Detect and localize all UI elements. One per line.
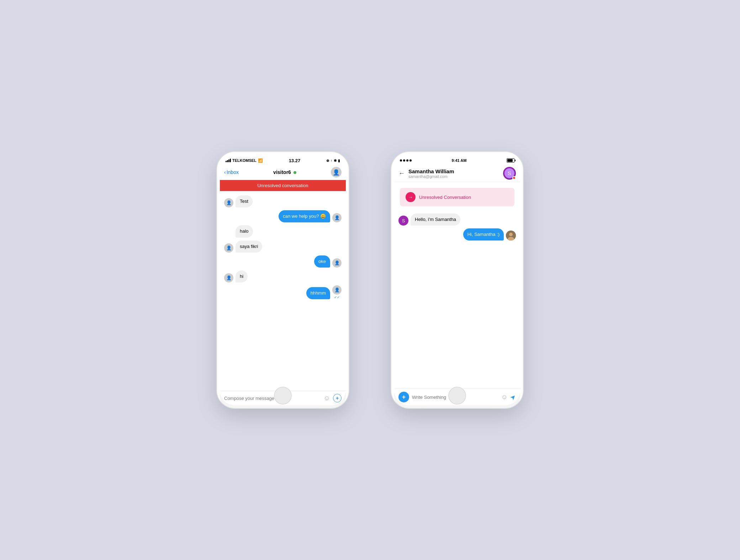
emoji-icon-2[interactable]: ☺: [501, 393, 508, 401]
phone-2: 9:41 AM ← Samantha William samantha@gmai…: [391, 152, 523, 408]
emoji-icon[interactable]: ☺: [324, 395, 330, 402]
message-bubble: can we help you? 😀: [279, 210, 330, 222]
signal-icon: [226, 159, 231, 162]
avatar: 👤: [224, 198, 233, 207]
message-row: 👤 hi: [224, 270, 342, 282]
online-status-dot: [294, 171, 296, 174]
phone-1: TELKOMSEL 📶 13.27 ⊕ ↑ ✱ ▮ ‹ Inbox visito…: [217, 152, 349, 408]
person-icon: 👤: [333, 169, 340, 176]
back-button-2[interactable]: ←: [398, 170, 405, 177]
message-bubble: Test: [236, 195, 253, 207]
message-bubble: hhhmm: [306, 287, 330, 299]
home-button-1[interactable]: [274, 387, 292, 405]
home-button-2[interactable]: [448, 387, 466, 405]
message-row: S Hello, i'm Samantha: [398, 213, 516, 226]
message-bubble: halo: [236, 225, 253, 237]
message-row: hhhmm 👤 ✓✓: [224, 285, 342, 299]
location-icon: ⊕: [326, 159, 329, 163]
message-row: oke 👤: [224, 255, 342, 268]
phone-1-nav-title: visitor6: [239, 169, 331, 175]
contact-email: samantha@gmail.com: [408, 174, 500, 179]
bluetooth-icon: ✱: [334, 159, 337, 163]
send-button[interactable]: ➤: [508, 392, 518, 402]
back-button-1[interactable]: ‹ Inbox: [224, 169, 239, 175]
carrier-name: TELKOMSEL: [232, 158, 257, 163]
message-bubble: Hi, Samantha :): [463, 228, 504, 241]
phone-2-nav-bar: ← Samantha William samantha@gmail.com S: [394, 165, 520, 182]
signal-dots-icon: [400, 159, 412, 162]
unresolved-banner-2: → Unresolved Conversation: [400, 188, 514, 206]
add-attachment-button[interactable]: +: [333, 394, 342, 402]
user-avatar-photo: [506, 231, 516, 241]
phone-2-time: 9:41 AM: [452, 158, 467, 163]
message-bubble: Hello, i'm Samantha: [411, 213, 460, 226]
inbox-label: Inbox: [227, 169, 239, 175]
contact-avatar: S: [503, 167, 516, 180]
svg-point-1: [509, 233, 513, 236]
message-row: 👤 Test: [224, 195, 342, 207]
plus-icon: +: [402, 393, 406, 401]
message-bubble: hi: [236, 270, 248, 282]
message-row: halo: [224, 225, 342, 237]
add-button-2[interactable]: +: [398, 392, 409, 402]
phone-2-status-bar: 9:41 AM: [394, 155, 520, 165]
phone-1-status-bar: TELKOMSEL 📶 13.27 ⊕ ↑ ✱ ▮: [220, 155, 346, 165]
online-badge: [512, 176, 516, 180]
phone-1-time: 13.27: [289, 158, 301, 163]
message-row: can we help you? 😀 👤: [224, 210, 342, 222]
wifi-icon: 📶: [258, 158, 263, 163]
plus-icon: +: [336, 395, 339, 401]
contact-info: Samantha William samantha@gmail.com: [408, 168, 500, 179]
contact-name: Samantha William: [408, 168, 500, 174]
phone-1-carrier: TELKOMSEL 📶: [226, 158, 263, 163]
message-bubble: saya fikri: [236, 241, 262, 253]
message-row: 👤 saya fikri: [224, 241, 342, 253]
phone-2-screen: 9:41 AM ← Samantha William samantha@gmai…: [394, 155, 520, 405]
chevron-left-icon: ‹: [224, 169, 226, 175]
unresolved-banner-1: Unresolved conversation: [220, 180, 346, 191]
avatar-photo-svg: [506, 231, 516, 241]
chat-area-1: 👤 Test can we help you? 😀 👤 halo: [220, 191, 346, 391]
message-bubble: oke: [314, 255, 330, 268]
avatar: 👤: [332, 258, 342, 268]
arrow-icon: ↑: [331, 159, 332, 163]
compose-input-1[interactable]: [224, 396, 321, 401]
avatar: 👤: [224, 243, 233, 253]
avatar: S: [398, 216, 408, 226]
read-receipt: ✓✓: [334, 295, 340, 299]
avatar: 👤: [332, 213, 342, 222]
chat-area-2: S Hello, i'm Samantha Hi, Samantha :): [394, 209, 520, 389]
message-row: Hi, Samantha :): [398, 228, 516, 241]
phone-1-nav-bar: ‹ Inbox visitor6 👤: [220, 165, 346, 180]
avatar: 👤: [332, 285, 342, 295]
phone-1-status-icons: ⊕ ↑ ✱ ▮: [326, 159, 340, 163]
unresolved-icon: →: [406, 192, 416, 202]
battery-icon: ▮: [338, 159, 340, 163]
phone-1-screen: TELKOMSEL 📶 13.27 ⊕ ↑ ✱ ▮ ‹ Inbox visito…: [220, 155, 346, 405]
battery-icon: [507, 158, 514, 163]
profile-avatar-icon[interactable]: 👤: [331, 167, 342, 178]
avatar: 👤: [224, 273, 233, 282]
